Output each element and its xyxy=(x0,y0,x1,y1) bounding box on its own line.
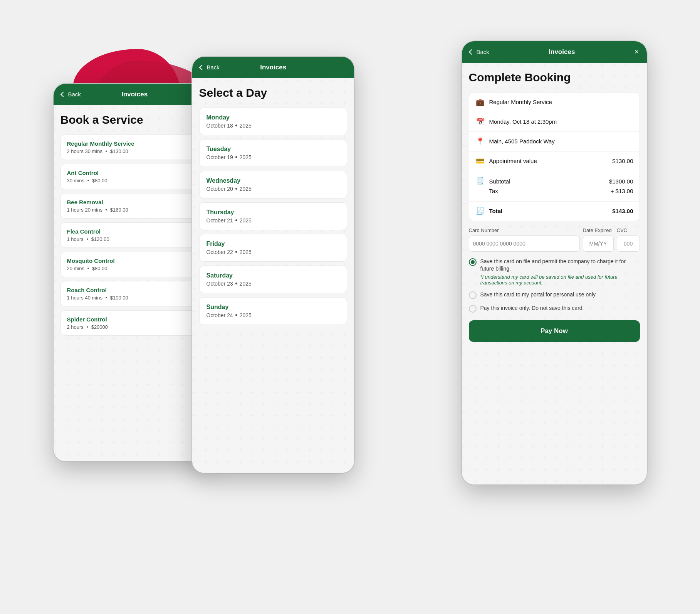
radio-circle xyxy=(469,258,477,266)
day-list-item[interactable]: Saturday October 23 2025 xyxy=(199,266,347,293)
panel1-back-button[interactable]: Back xyxy=(61,91,81,98)
panel3-back-label: Back xyxy=(477,49,489,55)
panel1-header-title: Invoices xyxy=(121,91,148,98)
panel1-header: Back Invoices xyxy=(54,84,215,105)
service-name: Regular Monthly Service xyxy=(489,99,633,105)
service-item-details: 2 hours • $20000 xyxy=(67,324,202,330)
close-button[interactable]: × xyxy=(635,47,639,56)
appointment-value: $130.00 xyxy=(612,158,633,164)
back-chevron-icon-3 xyxy=(468,49,474,54)
service-list-item[interactable]: Regular Monthly Service 2 hours 30 mins … xyxy=(60,135,208,160)
cvc-label: CVC xyxy=(617,227,640,233)
panel3-title: Complete Booking xyxy=(469,71,640,84)
back-chevron-icon-2 xyxy=(199,64,204,70)
day-date: October 19 2025 xyxy=(206,154,340,160)
card-number-input[interactable] xyxy=(469,236,580,252)
day-name: Tuesday xyxy=(206,146,340,153)
panel1-content: Book a Service Regular Monthly Service 2… xyxy=(54,105,215,461)
radio-text-block: Pay this invoice only. Do not save this … xyxy=(480,304,584,312)
panel2-header: Back Invoices xyxy=(192,57,354,78)
cvc-input[interactable] xyxy=(617,236,640,252)
services-list: Regular Monthly Service 2 hours 30 mins … xyxy=(60,135,208,336)
day-list-item[interactable]: Wednesday October 20 2025 xyxy=(199,171,347,198)
panel2-back-button[interactable]: Back xyxy=(200,64,220,71)
subtotal-row: 🗒️ Subtotal $1300.00 Tax + $13.00 xyxy=(469,171,640,202)
radio-label: Save this card to my portal for personal… xyxy=(480,291,597,299)
radio-section: Save this card on file and permit the co… xyxy=(469,258,640,313)
panel2-title: Select a Day xyxy=(199,86,347,100)
service-item-name: Roach Control xyxy=(67,287,202,293)
service-list-item[interactable]: Bee Removal 1 hours 20 mins • $160.00 xyxy=(60,193,208,219)
service-item-details: 20 mins • $80.00 xyxy=(67,266,202,271)
radio-circle xyxy=(469,291,477,299)
panel1-title: Book a Service xyxy=(60,113,208,127)
day-date: October 20 2025 xyxy=(206,186,340,192)
tax-line: Tax + $13.00 xyxy=(489,186,633,196)
card-icon: 💳 xyxy=(475,157,485,165)
panel-complete-booking: Back Invoices × Complete Booking 💼 Regul… xyxy=(462,41,647,484)
service-item-name: Flea Control xyxy=(67,228,202,235)
subtotal-content: Subtotal $1300.00 Tax + $13.00 xyxy=(489,177,633,196)
card-number-label: Card Number xyxy=(469,227,580,233)
location-icon: 📍 xyxy=(475,137,485,146)
subtotal-value: $1300.00 xyxy=(609,178,633,185)
service-list-item[interactable]: Ant Control 30 mins • $80.00 xyxy=(60,164,208,189)
service-item-name: Regular Monthly Service xyxy=(67,140,202,147)
day-list-item[interactable]: Tuesday October 19 2025 xyxy=(199,139,347,167)
service-list-item[interactable]: Spider Control 2 hours • $20000 xyxy=(60,310,208,336)
day-list-item[interactable]: Sunday October 24 2025 xyxy=(199,297,347,325)
day-date: October 21 2025 xyxy=(206,217,340,224)
day-list-item[interactable]: Monday October 18 2025 xyxy=(199,108,347,135)
scene: Back Invoices Book a Service Regular Mon… xyxy=(42,37,658,577)
service-item-details: 1 hours 40 mins • $100.00 xyxy=(67,295,202,301)
booking-summary-card: 💼 Regular Monthly Service 📅 Monday, Oct … xyxy=(469,92,640,221)
radio-label: Save this card on file and permit the co… xyxy=(480,258,640,273)
panel2-back-label: Back xyxy=(207,64,220,71)
address-text: Main, 4505 Paddock Way xyxy=(489,138,633,145)
briefcase-icon: 💼 xyxy=(475,98,485,106)
invoice-icon: 🗒️ xyxy=(475,177,485,185)
day-date: October 24 2025 xyxy=(206,312,340,318)
days-list: Monday October 18 2025 Tuesday October 1… xyxy=(199,108,347,325)
pay-now-button[interactable]: Pay Now xyxy=(469,320,640,342)
total-row: 🧾 Total $143.00 xyxy=(469,202,640,221)
payment-section: Card Number Date Expired CVC xyxy=(469,227,640,252)
service-item-name: Mosquito Control xyxy=(67,257,202,264)
day-date: October 22 2025 xyxy=(206,249,340,255)
day-date: October 18 2025 xyxy=(206,123,340,129)
back-chevron-icon xyxy=(60,91,65,97)
service-row: 💼 Regular Monthly Service xyxy=(469,93,640,112)
day-list-item[interactable]: Friday October 22 2025 xyxy=(199,234,347,262)
day-name: Thursday xyxy=(206,209,340,216)
panel3-back-button[interactable]: Back xyxy=(470,49,489,55)
radio-label: Pay this invoice only. Do not save this … xyxy=(480,304,584,312)
day-name: Friday xyxy=(206,241,340,247)
day-list-item[interactable]: Thursday October 21 2025 xyxy=(199,202,347,230)
radio-option-pay-once[interactable]: Pay this invoice only. Do not save this … xyxy=(469,304,640,313)
date-expired-label: Date Expired xyxy=(583,227,614,233)
radio-text-block: Save this card on file and permit the co… xyxy=(480,258,640,286)
radio-option-save-file[interactable]: Save this card on file and permit the co… xyxy=(469,258,640,286)
panel-book-service: Back Invoices Book a Service Regular Mon… xyxy=(54,84,215,461)
appointment-label: Appointment value xyxy=(489,158,608,164)
total-value: $143.00 xyxy=(612,208,633,214)
panel2-header-title: Invoices xyxy=(260,64,286,71)
service-list-item[interactable]: Mosquito Control 20 mins • $80.00 xyxy=(60,252,208,277)
address-row: 📍 Main, 4505 Paddock Way xyxy=(469,132,640,151)
payment-labels: Card Number Date Expired CVC xyxy=(469,227,640,233)
radio-circle xyxy=(469,305,477,313)
service-item-name: Bee Removal xyxy=(67,199,202,205)
day-name: Monday xyxy=(206,114,340,121)
service-item-details: 1 hours • $120.00 xyxy=(67,236,202,242)
radio-note: *I understand my card will be saved on f… xyxy=(480,274,640,286)
panel3-header-title: Invoices xyxy=(549,48,575,56)
payment-inputs xyxy=(469,236,640,252)
radio-inner-dot xyxy=(471,260,475,264)
calendar-icon: 📅 xyxy=(475,118,485,126)
service-list-item[interactable]: Roach Control 1 hours 40 mins • $100.00 xyxy=(60,281,208,306)
tax-label: Tax xyxy=(489,188,498,194)
date-expired-input[interactable] xyxy=(583,236,614,252)
radio-option-save-portal[interactable]: Save this card to my portal for personal… xyxy=(469,291,640,299)
service-list-item[interactable]: Flea Control 1 hours • $120.00 xyxy=(60,222,208,248)
day-name: Sunday xyxy=(206,304,340,311)
